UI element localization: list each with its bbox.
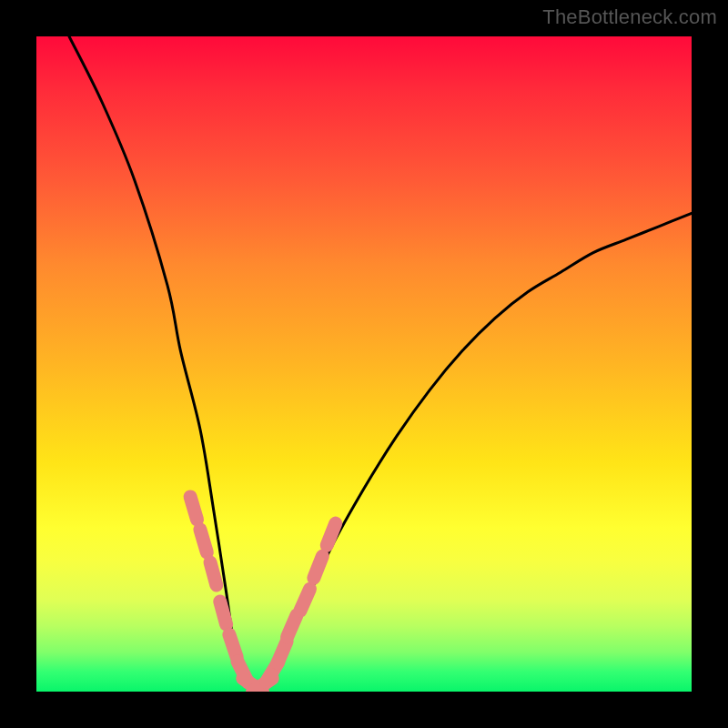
highlight-marker <box>210 562 217 585</box>
chart-frame: TheBottleneck.com <box>0 0 728 728</box>
bottleneck-curve <box>69 36 692 689</box>
curve-layer <box>36 36 692 692</box>
plot-area <box>36 36 692 692</box>
highlight-marker <box>220 602 227 624</box>
highlight-marker <box>314 556 323 578</box>
highlight-marker <box>229 634 237 657</box>
highlight-marker <box>190 497 197 520</box>
highlight-markers <box>190 497 336 692</box>
bottleneck-curve-path <box>69 36 692 689</box>
highlight-marker <box>278 642 287 663</box>
highlight-marker <box>300 589 310 611</box>
highlight-marker <box>200 530 207 552</box>
highlight-marker <box>288 615 297 637</box>
highlight-marker <box>327 523 336 545</box>
watermark-text: TheBottleneck.com <box>542 5 717 29</box>
